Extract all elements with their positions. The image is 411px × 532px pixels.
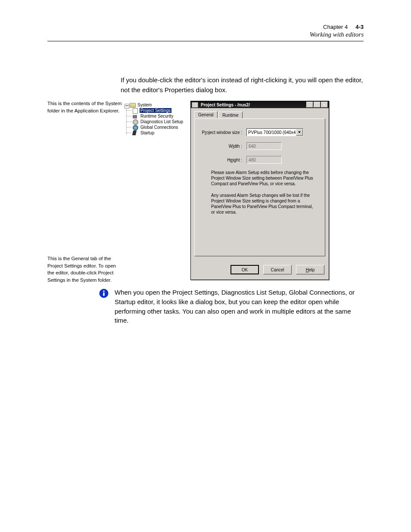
close-button[interactable]: × bbox=[321, 102, 328, 108]
maximize-button[interactable]: □ bbox=[314, 102, 321, 108]
page-header: Chapter 4 4-3 Working with editors bbox=[47, 24, 364, 41]
tree-item-global-connections[interactable]: Global Connections bbox=[140, 125, 179, 130]
info-text: When you open the Project Settings, Diag… bbox=[115, 288, 364, 325]
dialog-title: Project Settings - /nus2/ bbox=[199, 103, 306, 107]
globe-icon bbox=[133, 125, 139, 130]
lock-icon bbox=[133, 114, 139, 119]
system-menu-icon[interactable] bbox=[192, 102, 198, 108]
note-save-alarm: Please save Alarm Setup edits before cha… bbox=[211, 170, 316, 187]
svg-point-1 bbox=[103, 290, 105, 292]
folder-icon bbox=[130, 103, 136, 108]
tree-item-startup[interactable]: Startup bbox=[140, 131, 155, 135]
project-settings-dialog: Project Settings - /nus2/ – □ × General … bbox=[190, 101, 329, 280]
label-height: Height : bbox=[201, 158, 246, 162]
height-field: 480 bbox=[246, 156, 282, 164]
tab-general[interactable]: General bbox=[194, 111, 218, 118]
combo-value: PVPlus 700/1000 (640x480) bbox=[247, 130, 296, 135]
tree-item-diagnostics[interactable]: Diagnostics List Setup bbox=[140, 119, 184, 124]
cancel-button[interactable]: Cancel bbox=[263, 265, 292, 274]
chevron-down-icon[interactable] bbox=[296, 129, 303, 136]
svg-rect-2 bbox=[103, 292, 104, 296]
help-button[interactable]: Help bbox=[296, 265, 324, 274]
info-icon bbox=[99, 289, 109, 300]
gear-icon bbox=[133, 119, 139, 124]
tree-view: System Project Settings Runtime Security… bbox=[123, 101, 188, 136]
minimize-button[interactable]: – bbox=[306, 102, 313, 108]
ok-button[interactable]: OK bbox=[230, 265, 259, 274]
callout-dialog: This is the General tab of the Project S… bbox=[47, 255, 123, 284]
tree-item-project-settings[interactable]: Project Settings bbox=[140, 108, 171, 113]
label-project-window-size: Project window size : bbox=[201, 130, 246, 135]
label-width: Width : bbox=[201, 144, 246, 149]
project-window-size-combo[interactable]: PVPlus 700/1000 (640x480) bbox=[246, 128, 303, 136]
page-number: 4-3 bbox=[355, 24, 364, 30]
plug-icon bbox=[133, 131, 139, 136]
width-field: 640 bbox=[246, 142, 282, 150]
callout-tree: This is the contents of the System folde… bbox=[47, 100, 123, 114]
tree-root-label[interactable]: System bbox=[137, 103, 153, 107]
section-title: Working with editors bbox=[47, 31, 364, 38]
page-icon bbox=[133, 108, 139, 113]
intro-paragraph: If you double-click the editor's icon in… bbox=[121, 75, 364, 95]
tab-strip: General Runtime bbox=[194, 111, 325, 118]
tree-item-runtime-security[interactable]: Runtime Security bbox=[140, 114, 174, 118]
note-unsaved-alarm: Any unsaved Alarm Setup changes will be … bbox=[211, 193, 316, 215]
tab-runtime[interactable]: Runtime bbox=[218, 112, 242, 118]
chapter-label: Chapter 4 bbox=[323, 24, 348, 30]
tab-pane-general: Project window size : PVPlus 700/1000 (6… bbox=[194, 118, 325, 256]
dialog-titlebar[interactable]: Project Settings - /nus2/ – □ × bbox=[191, 101, 329, 108]
